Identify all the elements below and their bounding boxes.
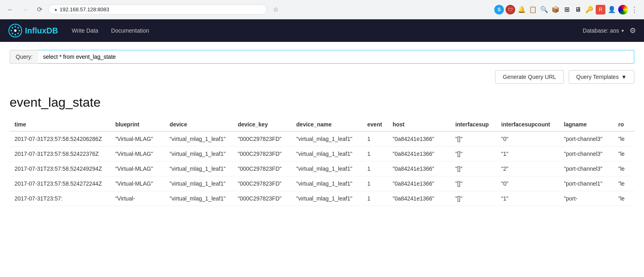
svg-point-5 bbox=[12, 27, 13, 29]
url-text: 192.168.57.128:8083 bbox=[60, 6, 109, 12]
cell-host: "0a84241e1366" bbox=[388, 147, 450, 161]
ext-color-icon[interactable] bbox=[618, 5, 628, 14]
cell-interfacesupcount: "1" bbox=[496, 147, 559, 161]
col-header-interfacesupcount: interfacesupcount bbox=[496, 118, 559, 131]
cell-time: 2017-07-31T23:57:58.524206286Z bbox=[10, 131, 110, 147]
ext-box-icon[interactable]: 📦 bbox=[551, 5, 560, 14]
col-header-ro: ro bbox=[613, 118, 634, 131]
cell-host: "0a84241e1366" bbox=[388, 191, 450, 206]
ext-user-icon[interactable]: 👤 bbox=[607, 5, 617, 14]
browser-chrome: ← → ⟳ ● 192.168.57.128:8083 ☆ S 🛡 🔔 📋 🔍 … bbox=[0, 0, 644, 19]
query-label: Query: bbox=[10, 50, 38, 64]
cell-device: "virtual_mlag_1_leaf1" bbox=[165, 161, 233, 176]
cell-lagname: "port-channel1" bbox=[559, 176, 613, 191]
cell-blueprint: "Virtual-MLAG" bbox=[110, 161, 165, 176]
cell-host: "0a84241e1366" bbox=[388, 161, 450, 176]
cell-lagname: "port- bbox=[559, 191, 613, 206]
bookmark-button[interactable]: ☆ bbox=[270, 4, 281, 15]
lock-icon: ● bbox=[54, 7, 57, 12]
cell-ro: "le bbox=[613, 161, 634, 176]
ext-red-icon[interactable]: R bbox=[596, 5, 605, 14]
svg-point-8 bbox=[12, 33, 13, 34]
cell-device_name: "virtual_mlag_1_leaf1" bbox=[291, 161, 362, 176]
nav-documentation[interactable]: Documentation bbox=[105, 24, 155, 37]
cell-device_name: "virtual_mlag_1_leaf1" bbox=[291, 176, 362, 191]
database-selector[interactable]: Database: aos ▼ bbox=[583, 27, 625, 34]
cell-device_key: "000C297823FD" bbox=[233, 131, 291, 147]
table-row: 2017-07-31T23:57:58.524272244Z"Virtual-M… bbox=[10, 176, 634, 191]
cell-interfacesup: "[]" bbox=[450, 176, 496, 191]
svg-point-2 bbox=[14, 34, 16, 35]
cell-device: "virtual_mlag_1_leaf1" bbox=[165, 131, 233, 147]
ext-s-icon[interactable]: S bbox=[494, 5, 504, 14]
cell-blueprint: "Virtual-MLAG" bbox=[110, 131, 165, 147]
ext-bell-icon[interactable]: 🔔 bbox=[517, 5, 526, 14]
cell-interfacesupcount: "0" bbox=[496, 176, 559, 191]
ext-key-icon[interactable]: 🔑 bbox=[584, 5, 594, 14]
cell-interfacesup: "[]" bbox=[450, 131, 496, 147]
col-header-device-name: device_name bbox=[291, 118, 362, 131]
cell-interfacesupcount: "0" bbox=[496, 131, 559, 147]
svg-point-4 bbox=[19, 30, 20, 31]
query-input[interactable] bbox=[38, 50, 634, 64]
cell-time: 2017-07-31T23:57:58.524272244Z bbox=[10, 176, 110, 191]
influxdb-logo-icon bbox=[8, 23, 23, 38]
cell-event: 1 bbox=[363, 147, 388, 161]
ext-copy-icon[interactable]: 📋 bbox=[528, 5, 538, 14]
cell-ro: "le bbox=[613, 147, 634, 161]
query-templates-button[interactable]: Query Templates ▼ bbox=[569, 70, 634, 84]
cell-interfacesup: "[]" bbox=[450, 161, 496, 176]
cell-lagname: "port-channel3" bbox=[559, 131, 613, 147]
cell-event: 1 bbox=[363, 161, 388, 176]
dropdown-arrow-icon: ▼ bbox=[621, 74, 627, 80]
svg-point-1 bbox=[14, 26, 16, 27]
cell-blueprint: "Virtual-MLAG" bbox=[110, 176, 165, 191]
chevron-down-icon: ▼ bbox=[621, 29, 625, 33]
app-nav-right: Database: aos ▼ ⚙ bbox=[583, 26, 636, 35]
ext-menu-icon[interactable]: ⋮ bbox=[630, 5, 639, 14]
cell-interfacesupcount: "1" bbox=[496, 191, 559, 206]
cell-ro: "le bbox=[613, 131, 634, 147]
cell-device: "virtual_mlag_1_leaf1" bbox=[165, 191, 233, 206]
cell-time: 2017-07-31T23:57: bbox=[10, 191, 110, 206]
app-nav-links: Write Data Documentation bbox=[66, 24, 155, 37]
table-row: 2017-07-31T23:57:"Virtual-"virtual_mlag_… bbox=[10, 191, 634, 206]
cell-device_name: "virtual_mlag_1_leaf1" bbox=[291, 147, 362, 161]
col-header-device: device bbox=[165, 118, 233, 131]
cell-device_name: "virtual_mlag_1_leaf1" bbox=[291, 191, 362, 206]
table-body: 2017-07-31T23:57:58.524206286Z"Virtual-M… bbox=[10, 131, 634, 206]
main-content: Query: Generate Query URL Query Template… bbox=[0, 42, 644, 214]
forward-button[interactable]: → bbox=[19, 4, 31, 15]
col-header-time: time bbox=[10, 118, 110, 131]
app-logo: InfluxDB bbox=[8, 23, 58, 38]
cell-device_name: "virtual_mlag_1_leaf1" bbox=[291, 131, 362, 147]
results-table-container: time blueprint device device_key device_… bbox=[10, 118, 634, 206]
buttons-row: Generate Query URL Query Templates ▼ bbox=[10, 70, 634, 84]
table-header: time blueprint device device_key device_… bbox=[10, 118, 634, 131]
address-bar[interactable]: ● 192.168.57.128:8083 bbox=[48, 4, 267, 14]
cell-device_key: "000C297823FD" bbox=[233, 147, 291, 161]
reload-button[interactable]: ⟳ bbox=[34, 4, 45, 15]
nav-write-data[interactable]: Write Data bbox=[66, 24, 104, 37]
cell-event: 1 bbox=[363, 191, 388, 206]
cell-ro: "le bbox=[613, 176, 634, 191]
ext-monitor-icon[interactable]: 🖥 bbox=[573, 5, 583, 14]
col-header-interfacesup: interfacesup bbox=[450, 118, 496, 131]
svg-point-6 bbox=[17, 33, 19, 34]
settings-button[interactable]: ⚙ bbox=[630, 26, 636, 35]
back-button[interactable]: ← bbox=[5, 4, 16, 15]
ext-shield-icon[interactable]: 🛡 bbox=[506, 5, 515, 14]
cell-device_key: "000C297823FD" bbox=[233, 191, 291, 206]
ext-grid-icon[interactable]: ⊞ bbox=[562, 5, 572, 14]
extension-icons: S 🛡 🔔 📋 🔍 📦 ⊞ 🖥 🔑 R 👤 ⋮ bbox=[494, 5, 639, 14]
generate-query-url-button[interactable]: Generate Query URL bbox=[495, 70, 564, 84]
cell-device_key: "000C297823FD" bbox=[233, 161, 291, 176]
svg-point-7 bbox=[17, 27, 19, 29]
cell-device_key: "000C297823FD" bbox=[233, 176, 291, 191]
query-templates-label: Query Templates bbox=[576, 74, 619, 80]
table-row: 2017-07-31T23:57:58.524206286Z"Virtual-M… bbox=[10, 131, 634, 147]
ext-search-icon[interactable]: 🔍 bbox=[539, 5, 549, 14]
cell-time: 2017-07-31T23:57:58.524249294Z bbox=[10, 161, 110, 176]
app-navbar: InfluxDB Write Data Documentation Databa… bbox=[0, 19, 644, 42]
col-header-host: host bbox=[388, 118, 450, 131]
